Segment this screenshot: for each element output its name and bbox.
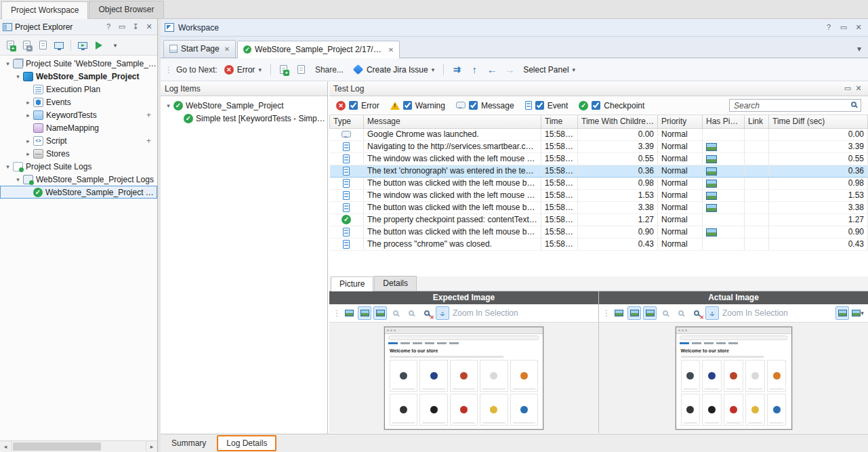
zoom-out-button[interactable] bbox=[659, 306, 672, 320]
tab-start-page[interactable]: Start Page ✕ bbox=[163, 40, 236, 58]
add-child-button[interactable]: + bbox=[146, 136, 151, 146]
search-icon[interactable] bbox=[851, 102, 856, 107]
help-icon[interactable]: ? bbox=[103, 22, 114, 33]
column-priority[interactable]: Priority bbox=[658, 115, 703, 128]
tree-item-webstore-sample-project[interactable]: ▾WebStore_Sample_Project bbox=[0, 70, 157, 83]
column-message[interactable]: Message bbox=[364, 115, 541, 128]
maximize-icon[interactable]: ▭ bbox=[842, 83, 853, 94]
float-panel-icon[interactable]: ▭ bbox=[117, 22, 127, 33]
run-options-dropdown[interactable]: ▾ bbox=[108, 39, 122, 52]
add-child-button[interactable]: + bbox=[146, 110, 151, 120]
column-time-with-children[interactable]: Time With Children (sec) bbox=[578, 115, 658, 128]
event-checkbox[interactable] bbox=[535, 101, 544, 110]
maximize-icon[interactable]: ▭ bbox=[838, 22, 849, 33]
toolbar-grip-icon[interactable]: ⋮ bbox=[333, 308, 340, 318]
expander-icon[interactable]: ▸ bbox=[24, 138, 33, 144]
log-row[interactable]: The button was clicked with the left mou… bbox=[330, 201, 868, 213]
log-row[interactable]: The button was clicked with the left mou… bbox=[330, 226, 868, 238]
tree-item-keywordtests[interactable]: ▸KeywordTests+ bbox=[0, 108, 157, 121]
message-checkbox[interactable] bbox=[469, 101, 478, 110]
column-type[interactable]: Type bbox=[330, 115, 364, 128]
expander-icon[interactable]: ▾ bbox=[3, 163, 12, 170]
checkpoint-checkbox[interactable] bbox=[592, 101, 600, 110]
open-item-button[interactable] bbox=[36, 39, 49, 52]
view-image-button[interactable] bbox=[358, 306, 371, 320]
tree-item-namemapping[interactable]: NameMapping bbox=[0, 121, 157, 134]
expected-image-canvas[interactable]: Welcome to our store bbox=[329, 323, 598, 433]
export-log-button[interactable] bbox=[277, 63, 291, 77]
picture-icon[interactable] bbox=[706, 143, 717, 151]
log-row[interactable]: The text 'chronograph' was entered in th… bbox=[330, 165, 868, 177]
scroll-left-arrow[interactable]: ◂ bbox=[0, 441, 12, 452]
log-row[interactable]: Navigating to the http://services.smartb… bbox=[330, 140, 868, 152]
expander-icon[interactable]: ▾ bbox=[3, 60, 12, 67]
close-tab-icon[interactable]: ✕ bbox=[388, 46, 394, 54]
tree-item-script[interactable]: ▸Script+ bbox=[0, 134, 157, 147]
help-icon[interactable]: ? bbox=[823, 22, 834, 33]
tab-list-dropdown[interactable]: ▾ bbox=[853, 44, 865, 58]
zoom-cancel-button[interactable]: ✕ bbox=[690, 306, 703, 320]
expander-icon[interactable]: ▸ bbox=[24, 150, 33, 157]
tree-item-simple-test-keywordtests-simple[interactable]: Simple test [KeywordTests - Simple... bbox=[161, 112, 327, 125]
summary-tab[interactable]: Summary bbox=[165, 436, 213, 451]
create-jira-issue-button[interactable]: Create Jira Issue ▾ bbox=[350, 64, 437, 76]
picture-icon[interactable] bbox=[706, 180, 717, 188]
view-image-button[interactable] bbox=[627, 306, 641, 320]
scroll-right-arrow[interactable]: ▸ bbox=[146, 441, 157, 452]
tree-item-webstore-sample-project-2-17[interactable]: WebStore_Sample_Project 2/17/ bbox=[0, 186, 157, 199]
tree-item-project-suite-webstore-sample-pr[interactable]: ▾Project Suite 'WebStore_Sample_Project' bbox=[0, 57, 157, 70]
toolbar-grip-icon[interactable]: ⋮ bbox=[165, 65, 172, 75]
run-remote-button[interactable] bbox=[76, 39, 89, 52]
log-row[interactable]: The process "chrome" was closed.15:58:39… bbox=[330, 238, 868, 250]
search-input[interactable] bbox=[729, 99, 861, 112]
error-checkbox[interactable] bbox=[349, 101, 358, 110]
log-row[interactable]: Google Chrome was launched.15:58:260.00N… bbox=[330, 128, 868, 140]
expander-icon[interactable]: ▾ bbox=[14, 176, 22, 183]
go-to-next-type-dropdown[interactable]: Error ▾ bbox=[222, 64, 264, 76]
export-image-button[interactable] bbox=[342, 306, 356, 320]
expander-icon[interactable]: ▸ bbox=[24, 99, 33, 106]
expander-icon[interactable]: ▾ bbox=[164, 102, 173, 109]
tree-item-webstore-sample-project[interactable]: ▾WebStore_Sample_Project bbox=[161, 99, 327, 112]
actual-image-canvas[interactable]: Welcome to our store bbox=[599, 323, 868, 433]
picture-icon[interactable] bbox=[706, 228, 717, 237]
tree-item-webstore-sample-project-logs[interactable]: ▾WebStore_Sample_Project Logs bbox=[0, 173, 157, 186]
close-icon[interactable]: ✕ bbox=[853, 22, 864, 33]
scrollbar-track[interactable] bbox=[12, 441, 146, 452]
close-tab-icon[interactable]: ✕ bbox=[224, 45, 230, 53]
log-row[interactable]: The button was clicked with the left mou… bbox=[330, 177, 868, 189]
tab-details[interactable]: Details bbox=[374, 276, 417, 291]
column-time[interactable]: Time bbox=[541, 115, 578, 128]
expander-icon[interactable]: ▸ bbox=[24, 112, 33, 119]
update-expected-button[interactable] bbox=[835, 306, 849, 320]
add-existing-item-button[interactable] bbox=[20, 39, 33, 52]
log-row[interactable]: The property checkpoint passed: contentT… bbox=[330, 213, 868, 226]
expander-icon[interactable]: ▾ bbox=[14, 73, 22, 80]
jump-to-test-button[interactable]: ⇉ bbox=[450, 63, 463, 77]
forward-button[interactable]: → bbox=[503, 63, 516, 77]
picture-icon[interactable] bbox=[706, 155, 717, 163]
export-image-button[interactable] bbox=[612, 306, 625, 320]
picture-icon[interactable] bbox=[706, 167, 717, 176]
log-row[interactable]: The window was clicked with the left mou… bbox=[330, 152, 868, 165]
compare-image-button[interactable] bbox=[643, 306, 657, 320]
close-icon[interactable]: ✕ bbox=[144, 22, 154, 33]
save-log-button[interactable] bbox=[295, 63, 308, 77]
tab-log-document[interactable]: ✓ WebStore_Sample_Project 2/17/202... ✕ bbox=[237, 41, 400, 58]
connected-devices-button[interactable] bbox=[52, 39, 66, 52]
column-has-picture[interactable]: Has Picture bbox=[703, 115, 745, 128]
tree-item-execution-plan[interactable]: Execution Plan bbox=[0, 83, 157, 96]
select-panel-dropdown[interactable]: Select Panel ▾ bbox=[520, 64, 578, 76]
log-details-tab[interactable]: Log Details bbox=[217, 435, 276, 451]
close-icon[interactable]: ✕ bbox=[853, 83, 864, 94]
share-button[interactable]: Share... bbox=[312, 64, 346, 76]
pin-icon[interactable]: ↧ bbox=[130, 22, 141, 33]
zoom-cancel-button[interactable]: ✕ bbox=[420, 306, 434, 320]
column-link[interactable]: Link bbox=[745, 115, 769, 128]
up-one-level-button[interactable]: ↑ bbox=[468, 63, 481, 77]
scrollbar-thumb[interactable] bbox=[13, 443, 101, 451]
zoom-reset-button[interactable] bbox=[674, 306, 688, 320]
warning-checkbox[interactable] bbox=[403, 101, 412, 110]
tab-project-workspace[interactable]: Project Workspace bbox=[1, 1, 88, 19]
picture-icon[interactable] bbox=[706, 192, 717, 200]
